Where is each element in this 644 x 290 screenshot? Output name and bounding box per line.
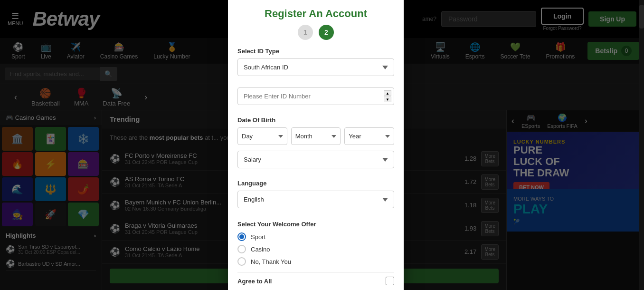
id-type-label: Select ID Type bbox=[237, 48, 394, 55]
language-select[interactable]: English bbox=[237, 191, 394, 208]
dob-month-select[interactable]: Month bbox=[291, 127, 341, 145]
dob-year-select[interactable]: Year bbox=[344, 127, 394, 145]
agree-all-checkbox[interactable] bbox=[386, 277, 394, 285]
welcome-offer-section: Select Your Welcome Offer Sport Casino N… bbox=[237, 221, 394, 266]
welcome-offer-label: Select Your Welcome Offer bbox=[237, 221, 394, 228]
step-2: 2 bbox=[319, 25, 334, 40]
id-type-select[interactable]: South African ID bbox=[237, 58, 394, 76]
language-section: Language English bbox=[237, 180, 394, 214]
spin-up-btn[interactable]: ▲ bbox=[384, 90, 391, 96]
radio-sport-inner bbox=[239, 234, 244, 239]
modal-body: Select ID Type South African ID ▲ ▼ Date… bbox=[228, 48, 404, 290]
agree-all-label: Agree to All bbox=[237, 278, 272, 285]
dob-row: Day Month Year bbox=[237, 127, 394, 145]
registration-modal: Register An Account 1 2 Select ID Type S… bbox=[228, 0, 404, 290]
spin-down-btn[interactable]: ▼ bbox=[384, 97, 391, 102]
modal-title: Register An Account bbox=[228, 0, 404, 25]
dob-day-select[interactable]: Day bbox=[237, 127, 287, 145]
step-1: 1 bbox=[298, 25, 313, 40]
radio-sport[interactable]: Sport bbox=[237, 232, 394, 241]
radio-casino[interactable]: Casino bbox=[237, 245, 394, 253]
radio-no-thanks[interactable]: No, Thank You bbox=[237, 257, 394, 266]
modal-steps: 1 2 bbox=[228, 25, 404, 40]
radio-sport-label: Sport bbox=[251, 233, 265, 241]
salary-select[interactable]: Salary bbox=[237, 151, 394, 168]
spin-buttons: ▲ ▼ bbox=[384, 90, 391, 102]
agree-all-row: Agree to All bbox=[237, 272, 394, 289]
language-label: Language bbox=[237, 180, 394, 187]
dob-label: Date Of Birth bbox=[237, 116, 394, 124]
radio-casino-circle bbox=[237, 245, 246, 253]
id-number-wrapper: ▲ ▼ bbox=[237, 87, 394, 111]
radio-no-thanks-label: No, Thank You bbox=[251, 258, 291, 265]
radio-no-thanks-circle bbox=[237, 257, 246, 266]
radio-sport-circle bbox=[237, 232, 246, 241]
radio-casino-label: Casino bbox=[251, 246, 270, 253]
id-number-input[interactable] bbox=[237, 87, 394, 105]
